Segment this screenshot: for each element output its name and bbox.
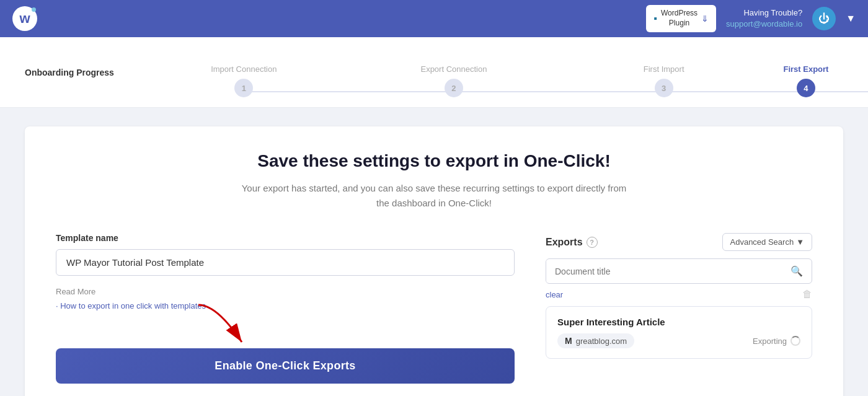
search-row: 🔍	[546, 258, 812, 284]
export-article-title: Super Interesting Article	[557, 317, 800, 327]
step-3-label: First Import	[644, 64, 684, 74]
advanced-search-button[interactable]: Advanced Search ▼	[722, 233, 813, 251]
step-2-label: Export Connection	[420, 64, 487, 74]
step-4-label: First Export	[784, 64, 829, 74]
clear-row: clear 🗑	[546, 289, 812, 300]
main-content: Save these settings to export in One-Cli…	[0, 108, 868, 396]
template-name-label: Template name	[56, 233, 515, 243]
card-body: Template name Read More · How to export …	[56, 233, 812, 396]
dropdown-chevron[interactable]: ▼	[846, 13, 856, 24]
step-3-circle: 3	[655, 79, 673, 97]
content-card: Save these settings to export in One-Cli…	[25, 126, 843, 396]
download-icon: ⇓	[701, 14, 709, 24]
trash-icon[interactable]: 🗑	[802, 289, 812, 300]
logo-dot	[32, 7, 36, 12]
power-button[interactable]: ⏻	[812, 7, 836, 30]
enable-one-click-button[interactable]: Enable One-Click Exports	[56, 348, 515, 384]
step-4: First Export 4	[769, 64, 843, 97]
left-panel: Template name Read More · How to export …	[56, 233, 515, 396]
exporting-badge: Exporting	[753, 336, 800, 346]
read-more-label: Read More	[56, 287, 515, 296]
read-more-link[interactable]: · How to export in one click with templa…	[56, 301, 206, 310]
template-name-input[interactable]	[56, 249, 515, 276]
header-right: ▪ WordPressPlugin ⇓ Having Trouble? supp…	[646, 5, 856, 32]
enable-btn-wrapper: Enable One-Click Exports I prefer seeing…	[56, 348, 515, 396]
progress-section: Onboarding Progress Import Connection 1 …	[0, 37, 868, 108]
export-item-footer: M greatblog.com Exporting	[557, 333, 800, 348]
step-1-label: Import Connection	[211, 64, 277, 74]
medium-logo: M	[565, 336, 572, 346]
progress-steps: Import Connection 1 Export Connection 2 …	[139, 47, 843, 97]
site-badge: M greatblog.com	[557, 333, 634, 348]
document-search-input[interactable]	[546, 260, 782, 283]
page-title: Save these settings to export in One-Cli…	[56, 151, 812, 171]
clear-link[interactable]: clear	[546, 290, 563, 299]
help-icon[interactable]: ?	[587, 237, 598, 248]
logo: w	[12, 6, 37, 31]
page-subtitle: Your export has started, and you can als…	[56, 181, 812, 211]
support-email[interactable]: support@wordable.io	[726, 19, 802, 30]
site-name: greatblog.com	[576, 337, 627, 346]
skip-text: I prefer seeing this screen every time	[56, 392, 515, 396]
step-2-circle: 2	[445, 79, 463, 97]
advanced-search-label: Advanced Search	[730, 237, 794, 247]
trouble-text: Having Trouble? support@wordable.io	[726, 7, 802, 30]
step-1: Import Connection 1	[139, 64, 349, 97]
exports-title: Exports ?	[546, 237, 598, 248]
exports-header: Exports ? Advanced Search ▼	[546, 233, 812, 251]
exports-label: Exports	[546, 237, 583, 248]
export-item: Super Interesting Article M greatblog.co…	[546, 306, 812, 359]
chevron-down-icon: ▼	[796, 237, 804, 247]
wp-plugin-label: WordPressPlugin	[661, 9, 698, 28]
step-3: First Import 3	[559, 64, 769, 97]
progress-label: Onboarding Progress	[25, 68, 114, 77]
exporting-label: Exporting	[753, 337, 787, 346]
trouble-heading: Having Trouble?	[743, 8, 802, 17]
search-button[interactable]: 🔍	[782, 259, 812, 283]
step-2: Export Connection 2	[349, 64, 559, 97]
loading-spinner	[790, 336, 800, 346]
right-panel: Exports ? Advanced Search ▼ 🔍 clear 🗑	[546, 233, 812, 396]
wp-plugin-button[interactable]: ▪ WordPressPlugin ⇓	[646, 5, 716, 32]
step-1-circle: 1	[234, 79, 253, 97]
step-4-circle: 4	[797, 79, 815, 97]
logo-icon: w	[12, 6, 37, 31]
header: w ▪ WordPressPlugin ⇓ Having Trouble? su…	[0, 0, 868, 37]
wordpress-icon: ▪	[653, 13, 657, 24]
